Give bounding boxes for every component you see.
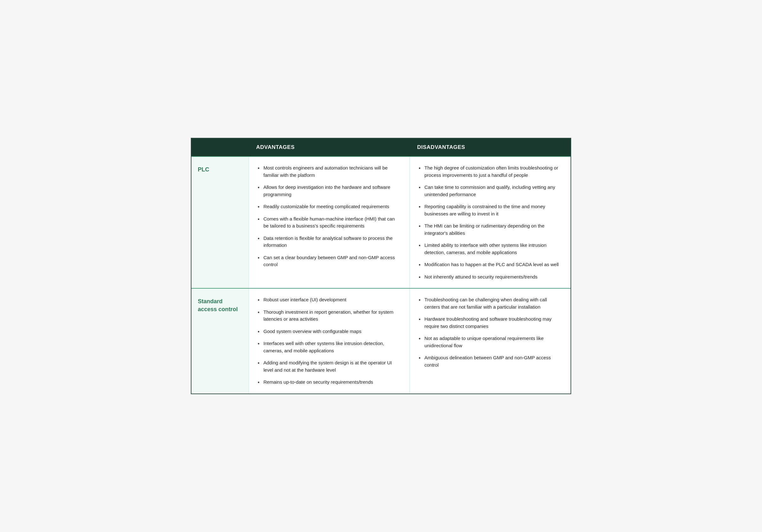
- list-item: Robust user interface (UI) development: [258, 296, 401, 303]
- list-item: Allows for deep investigation into the h…: [258, 184, 401, 198]
- standard-disadvantages-cell: Troubleshooting can be challenging when …: [410, 289, 571, 394]
- list-item: Data retention is flexible for analytica…: [258, 235, 401, 249]
- standard-label: Standard access control: [191, 289, 249, 394]
- plc-disadvantages-list: The high degree of customization often l…: [419, 165, 562, 280]
- standard-advantages-list: Robust user interface (UI) developmentTh…: [258, 296, 401, 386]
- list-item: Can take time to commission and qualify,…: [419, 184, 562, 198]
- table-header: ADVANTAGES DISADVANTAGES: [191, 138, 571, 156]
- plc-disadvantages-cell: The high degree of customization often l…: [410, 157, 571, 288]
- standard-disadvantages-list: Troubleshooting can be challenging when …: [419, 296, 562, 368]
- list-item: Thorough investment in report generation…: [258, 308, 401, 323]
- plc-advantages-cell: Most controls engineers and automation t…: [249, 157, 410, 288]
- advantages-header: ADVANTAGES: [249, 138, 410, 156]
- header-empty-cell: [191, 138, 249, 156]
- list-item: Reporting capability is constrained to t…: [419, 203, 562, 217]
- list-item: Modification has to happen at the PLC an…: [419, 261, 562, 268]
- plc-row: PLC Most controls engineers and automati…: [191, 156, 571, 288]
- standard-row: Standard access control Robust user inte…: [191, 288, 571, 394]
- list-item: Good system overview with configurable m…: [258, 328, 401, 335]
- list-item: The HMI can be limiting or rudimentary d…: [419, 223, 562, 237]
- list-item: Hardware troubleshooting and software tr…: [419, 316, 562, 330]
- standard-advantages-cell: Robust user interface (UI) developmentTh…: [249, 289, 410, 394]
- comparison-table: ADVANTAGES DISADVANTAGES PLC Most contro…: [191, 138, 571, 394]
- list-item: Interfaces well with other systems like …: [258, 340, 401, 354]
- list-item: Can set a clear boundary between GMP and…: [258, 254, 401, 268]
- plc-label: PLC: [191, 157, 249, 288]
- disadvantages-header: DISADVANTAGES: [410, 138, 571, 156]
- list-item: Readily customizable for meeting complic…: [258, 203, 401, 210]
- list-item: Comes with a flexible human-machine inte…: [258, 216, 401, 230]
- list-item: Not as adaptable to unique operational r…: [419, 335, 562, 349]
- list-item: Most controls engineers and automation t…: [258, 165, 401, 179]
- list-item: Remains up-to-date on security requireme…: [258, 379, 401, 386]
- list-item: Adding and modifying the system design i…: [258, 359, 401, 373]
- plc-advantages-list: Most controls engineers and automation t…: [258, 165, 401, 268]
- list-item: The high degree of customization often l…: [419, 165, 562, 179]
- list-item: Not inherently attuned to security requi…: [419, 273, 562, 281]
- list-item: Troubleshooting can be challenging when …: [419, 296, 562, 310]
- list-item: Limited ability to interface with other …: [419, 242, 562, 256]
- list-item: Ambiguous delineation between GMP and no…: [419, 354, 562, 368]
